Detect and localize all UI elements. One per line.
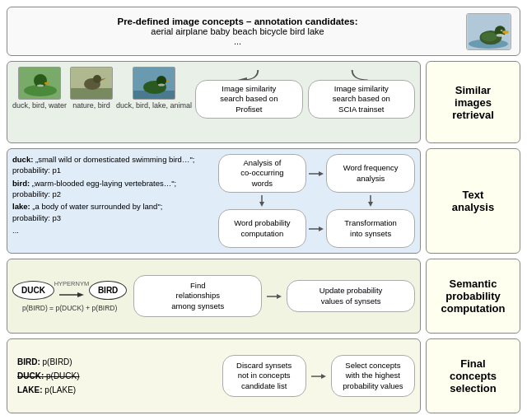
top-box: Pre-defined image concepts – annotation … xyxy=(7,7,520,56)
thumb-group-1: duck, bird, water xyxy=(12,67,67,110)
top-box-content: Pre-defined image concepts – annotation … xyxy=(16,16,459,46)
svg-marker-29 xyxy=(77,292,84,297)
svg-point-5 xyxy=(497,33,505,36)
final-section: BIRD: p(BIRD) DUCK: p(DUCK) LAKE: p(LAKE… xyxy=(7,338,520,413)
duck-image xyxy=(466,13,511,50)
thumb-1-label: duck, bird, water xyxy=(12,101,67,110)
text-ellipsis: ... xyxy=(12,225,210,236)
find-relationships-box: Find relationships among synsets xyxy=(133,275,262,317)
similar-label-box: Similar images retrieval xyxy=(426,61,520,143)
text-flow-area: Analysis of co-occurring words Word freq… xyxy=(218,154,416,248)
duck-def: duck: „small wild or domesticated swimmi… xyxy=(12,154,210,176)
final-label-box: Final concepts selection xyxy=(426,338,520,413)
svg-point-8 xyxy=(501,30,502,30)
top-title: Pre-defined image concepts – annotation … xyxy=(16,16,459,26)
text-analysis-section: duck: „small wild or domesticated swimmi… xyxy=(7,148,520,254)
svg-marker-27 xyxy=(368,202,373,207)
thumb-2-label: nature, bird xyxy=(72,101,110,110)
text-definitions: duck: „small wild or domesticated swimmi… xyxy=(12,154,213,248)
thumb-group-2: nature, bird xyxy=(70,67,113,110)
final-item-duck: DUCK: p(DUCK) xyxy=(17,369,211,383)
hypernym-label: HYPERNYM xyxy=(54,280,90,287)
similar-left-panel: duck, bird, water nature, bird xyxy=(7,61,421,143)
transformation-box: Transformation into synsets xyxy=(326,209,415,248)
final-item-lake: LAKE: p(LAKE) xyxy=(17,383,211,397)
svg-point-24 xyxy=(158,84,165,86)
svg-marker-31 xyxy=(321,374,326,379)
final-label: Final concepts selection xyxy=(450,357,497,394)
svg-marker-25 xyxy=(319,171,324,176)
semantic-label-box: Semantic probability computation xyxy=(426,259,520,334)
lake-def: lake: „a body of water surrounded by lan… xyxy=(12,201,210,223)
semantic-label: Semantic probability computation xyxy=(441,278,506,315)
final-item-bird: BIRD: p(BIRD) xyxy=(17,355,211,369)
co-occurring-box: Analysis of co-occurring words xyxy=(218,154,307,193)
svg-marker-26 xyxy=(259,202,264,207)
select-concepts-box: Select concepts with the highest probabi… xyxy=(331,355,415,397)
final-concepts-list: BIRD: p(BIRD) DUCK: p(DUCK) LAKE: p(LAKE… xyxy=(12,352,216,400)
scia-box: Image similarity search based on SCIA tr… xyxy=(308,80,415,119)
svg-point-17 xyxy=(93,75,101,83)
text-label-box: Text analysis xyxy=(426,148,520,254)
duck-oval: DUCK xyxy=(12,281,54,300)
discard-synsets-box: Discard synsets not in concepts candidat… xyxy=(222,355,306,397)
arrow-semantic xyxy=(267,292,282,301)
semantic-left-panel: DUCK HYPERNYM BIRD p(BIRD) = p(DUCK) + p… xyxy=(7,259,421,334)
top-concepts: aerial airplane baby beach bicycle bird … xyxy=(16,26,459,36)
text-left-panel: duck: „small wild or domesticated swimmi… xyxy=(7,148,421,254)
svg-point-13 xyxy=(37,85,44,87)
word-freq-box: Word frequency analysis xyxy=(326,154,415,193)
arrow-final xyxy=(311,371,326,381)
update-probability-box: Update probability values of synsets xyxy=(287,280,415,312)
thumb-1 xyxy=(18,67,61,100)
top-ellipsis: ... xyxy=(16,36,459,46)
similar-label: Similar images retrieval xyxy=(452,84,494,121)
bird-def: bird: „warm-blooded egg-laying vertebrat… xyxy=(12,178,210,200)
svg-rect-15 xyxy=(71,88,113,100)
text-label: Text analysis xyxy=(452,189,494,213)
probability-formula: p(BIRD) = p(DUCK) + p(BIRD) xyxy=(22,304,117,312)
word-prob-box: Word probability computation xyxy=(218,209,307,248)
semantic-section: DUCK HYPERNYM BIRD p(BIRD) = p(DUCK) + p… xyxy=(7,259,520,334)
svg-point-4 xyxy=(502,30,509,34)
thumb-2 xyxy=(70,67,113,100)
svg-point-12 xyxy=(44,82,49,85)
thumb-group-3: duck, bird, lake, animal xyxy=(116,67,192,110)
profiset-box: Image similarity search based on Profise… xyxy=(195,80,302,119)
svg-marker-28 xyxy=(319,226,324,231)
svg-point-6 xyxy=(481,31,497,40)
thumb-3-label: duck, bird, lake, animal xyxy=(116,101,192,110)
bird-oval: BIRD xyxy=(89,281,127,300)
thumb-3 xyxy=(133,67,175,100)
similar-images-section: duck, bird, water nature, bird xyxy=(7,61,520,143)
svg-marker-30 xyxy=(277,294,282,299)
final-left-panel: BIRD: p(BIRD) DUCK: p(DUCK) LAKE: p(LAKE… xyxy=(7,338,421,413)
